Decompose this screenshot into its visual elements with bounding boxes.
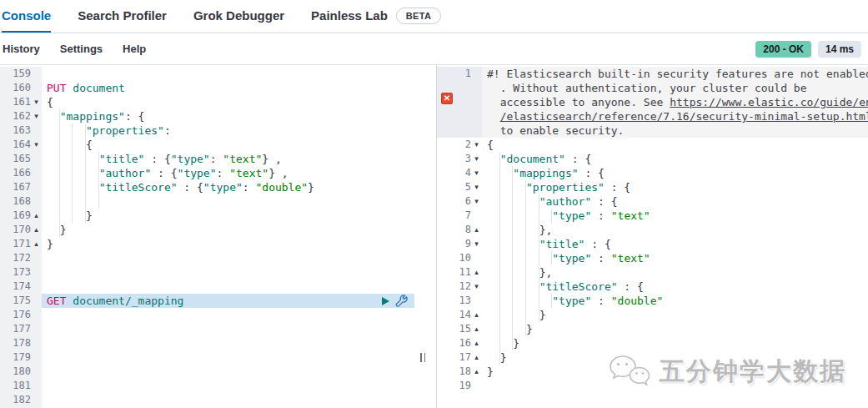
gutter-line-number: 162▾ <box>0 109 42 123</box>
editor-code-line[interactable]: "author" : {"type": "text"} , <box>42 166 414 180</box>
tab-grok-debugger[interactable]: Grok Debugger <box>193 0 284 33</box>
editor-code-line[interactable]: { <box>42 138 414 152</box>
editor-code-line[interactable]: { <box>42 95 414 109</box>
tab-painless-lab[interactable]: Painless Lab BETA <box>311 0 441 33</box>
editor-code-line[interactable]: "mappings": { <box>42 109 414 123</box>
fold-open-icon[interactable]: ▾ <box>471 166 482 180</box>
response-code-line: } <box>482 336 868 350</box>
fold-close-icon[interactable]: ▴ <box>471 336 482 350</box>
response-code-line: "author" : { <box>482 194 868 209</box>
gutter-line-number: 182 <box>0 393 42 407</box>
wrench-icon[interactable] <box>395 295 408 307</box>
gutter-line-number: 179 <box>0 350 42 365</box>
tab-search-profiler[interactable]: Search Profiler <box>78 0 167 33</box>
status-code-badge: 200 - OK <box>755 41 811 58</box>
fold-open-icon[interactable]: ▾ <box>31 109 42 123</box>
beta-badge: BETA <box>396 8 441 24</box>
editor-code-line[interactable] <box>42 265 414 280</box>
editor-code-line[interactable]: "titleScore" : {"type": "double"} <box>42 180 414 194</box>
console-toolbar: History Settings Help 200 - OK 14 ms <box>0 33 868 65</box>
response-code-line: "mappings" : { <box>482 166 868 180</box>
fold-close-icon[interactable]: ▴ <box>31 209 42 223</box>
settings-menu-button[interactable]: Settings <box>60 43 103 55</box>
editor-code-line[interactable] <box>42 251 414 265</box>
response-line: 17▴ } <box>437 350 868 365</box>
editor-code-line[interactable]: PUT document <box>42 81 414 95</box>
editor-code-line[interactable]: GET document/_mapping <box>42 294 414 308</box>
editor-line: 175GET document/_mapping <box>0 294 414 308</box>
fold-close-icon[interactable]: ▴ <box>471 308 482 322</box>
response-line: 16▴ } <box>437 336 868 350</box>
editor-line: 176 <box>0 308 414 322</box>
response-code-line: #! Elasticsearch built-in security featu… <box>482 67 868 138</box>
editor-code-line[interactable] <box>42 280 414 294</box>
fold-close-icon[interactable]: ▴ <box>471 365 482 379</box>
gutter-line-number: 2▾ <box>437 138 482 152</box>
fold-close-icon[interactable]: ▴ <box>31 223 42 237</box>
editor-code-line[interactable] <box>42 336 414 350</box>
fold-close-icon[interactable]: ▴ <box>31 237 42 251</box>
fold-open-icon[interactable]: ▾ <box>31 138 42 152</box>
request-editor[interactable]: 159160PUT document161▾{162▾ "mappings": … <box>0 65 414 408</box>
response-line: 3▾ "document" : { <box>437 152 868 166</box>
tab-console-label: Console <box>2 8 51 23</box>
response-code-line: }, <box>482 223 868 237</box>
editor-code-line[interactable] <box>42 365 414 379</box>
fold-open-icon[interactable]: ▾ <box>471 138 482 152</box>
fold-open-icon[interactable]: ▾ <box>471 152 482 166</box>
gutter-line-number: 181 <box>0 379 42 393</box>
editor-code-line[interactable]: } <box>42 223 414 237</box>
tab-painless-lab-label: Painless Lab <box>311 8 388 23</box>
editor-code-line[interactable] <box>42 350 414 365</box>
response-time-badge: 14 ms <box>818 41 861 58</box>
response-code-line: { <box>482 138 868 152</box>
gutter-line-number: 12▾ <box>437 280 482 294</box>
fold-open-icon[interactable]: ▾ <box>471 180 482 194</box>
gutter-line-number: 161▾ <box>0 95 42 109</box>
response-line: 12▾ "titleScore" : { <box>437 280 868 294</box>
response-line: 5▾ "properties" : { <box>437 180 868 194</box>
editor-code-line[interactable] <box>42 194 414 209</box>
editor-code-line[interactable] <box>42 379 414 393</box>
play-icon[interactable] <box>382 297 389 305</box>
gutter-line-number: 167 <box>0 180 42 194</box>
response-line: 2▾{ <box>437 138 868 152</box>
gutter-line-number: 175 <box>0 294 42 308</box>
response-line: 15▴ } <box>437 322 868 336</box>
fold-close-icon[interactable]: ▴ <box>471 265 482 280</box>
editor-line: 177 <box>0 322 414 336</box>
fold-open-icon[interactable]: ▾ <box>471 237 482 251</box>
editor-code-line[interactable]: } <box>42 237 414 251</box>
fold-open-icon[interactable]: ▾ <box>471 194 482 209</box>
history-menu-button[interactable]: History <box>3 43 40 55</box>
panel-resizer[interactable] <box>414 65 436 408</box>
response-code-line: "properties" : { <box>482 180 868 194</box>
gutter-line-number: 159 <box>0 67 42 81</box>
editor-line: 163 "properties": <box>0 123 414 138</box>
editor-code-line[interactable] <box>42 67 414 81</box>
response-code-line: "type" : "text" <box>482 209 868 223</box>
editor-code-line[interactable] <box>42 322 414 336</box>
gutter-line-number: 16▴ <box>437 336 482 350</box>
fold-open-icon[interactable]: ▾ <box>31 95 42 109</box>
gutter-line-number: 177 <box>0 322 42 336</box>
fold-open-icon[interactable]: ▾ <box>471 280 482 294</box>
editor-code-line[interactable]: "properties": <box>42 123 414 138</box>
resizer-grip[interactable] <box>420 353 425 362</box>
editor-code-line[interactable]: "title" : {"type": "text"} , <box>42 152 414 166</box>
top-nav: Console Search Profiler Grok Debugger Pa… <box>0 0 868 33</box>
gutter-line-number: 176 <box>0 308 42 322</box>
response-line: 10 "type" : "text" <box>437 251 868 265</box>
editor-line: 171▴} <box>0 237 414 251</box>
response-line: 18▴} <box>437 365 868 379</box>
editor-code-line[interactable]: } <box>42 209 414 223</box>
response-code-line: "title" : { <box>482 237 868 251</box>
fold-close-icon[interactable]: ▴ <box>471 322 482 336</box>
tab-console[interactable]: Console <box>2 0 51 33</box>
fold-close-icon[interactable]: ▴ <box>471 350 482 365</box>
fold-close-icon[interactable]: ▴ <box>471 223 482 237</box>
gutter-line-number: 15▴ <box>437 322 482 336</box>
editor-code-line[interactable] <box>42 393 414 407</box>
help-menu-button[interactable]: Help <box>123 43 146 55</box>
editor-code-line[interactable] <box>42 308 414 322</box>
